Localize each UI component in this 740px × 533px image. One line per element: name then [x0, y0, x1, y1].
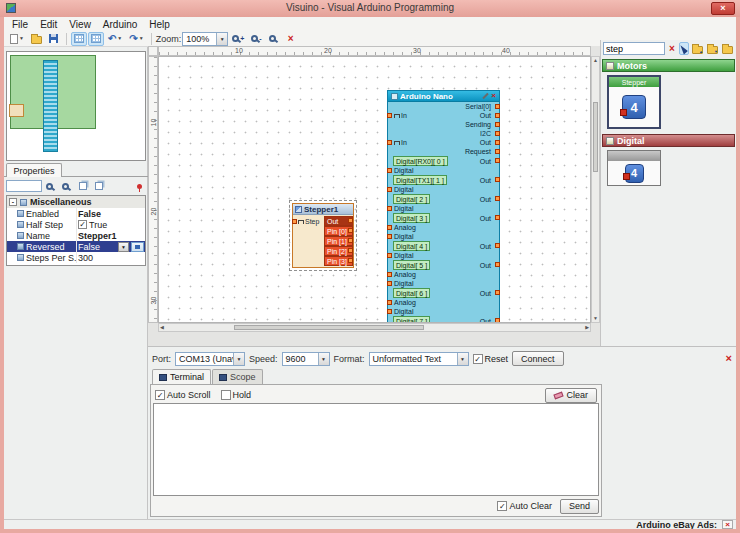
scroll-up-arrow[interactable]: ▲	[593, 58, 598, 63]
new-project-button[interactable]: ▼	[7, 32, 27, 46]
output-pin-label[interactable]: Out	[480, 262, 491, 269]
property-row[interactable]: ReversedFalse▼	[7, 241, 145, 252]
category-header-digital[interactable]: Digital	[602, 134, 735, 147]
vertical-scrollbar[interactable]: ▲ ▼	[591, 56, 600, 323]
output-pin-label[interactable]: Out	[480, 177, 491, 184]
expand-categories-button[interactable]: ▲	[691, 42, 704, 55]
input-pin-label[interactable]: Digital	[394, 167, 413, 174]
pin-connector[interactable]	[348, 228, 353, 233]
input-pin-label[interactable]: Digital	[394, 308, 413, 315]
chevron-down-icon[interactable]: ▼	[19, 36, 24, 41]
chevron-down-icon[interactable]: ▼	[216, 33, 227, 45]
input-pin-label[interactable]: Digital	[394, 205, 413, 212]
chevron-down-icon[interactable]: ▼	[457, 353, 468, 365]
stepper-component[interactable]: Stepper1 Step OutPin [0]Pin [1]Pin [2]Pi…	[292, 203, 354, 268]
component-tile-stepper[interactable]: Stepper4	[607, 75, 661, 129]
stepper-step-pin[interactable]: Step	[293, 217, 319, 226]
pin-connector[interactable]	[495, 177, 500, 182]
horizontal-scrollbar[interactable]: ◀ ▶	[158, 323, 591, 332]
arduino-header[interactable]: Arduino Nano ×	[388, 91, 499, 102]
channel-label[interactable]: Digital[ 2 ]	[393, 194, 430, 204]
pin-connector[interactable]	[387, 234, 392, 239]
property-value[interactable]: Stepper1	[78, 231, 117, 241]
tab-scope[interactable]: Scope	[212, 369, 263, 384]
pin-label[interactable]: Pin [3]	[327, 258, 347, 265]
pin-connector[interactable]	[387, 206, 392, 211]
redo-button[interactable]: ↷▼	[126, 32, 146, 46]
titlebar[interactable]: Visuino - Visual Arduino Programming ×	[0, 0, 740, 17]
input-pin-label[interactable]: Digital	[394, 186, 413, 193]
checkbox-icon[interactable]: ✓	[473, 354, 483, 364]
input-pin-label[interactable]: Analog	[394, 271, 416, 278]
zoom-in-button[interactable]: +	[229, 32, 247, 46]
pin-connector[interactable]	[495, 131, 500, 136]
scroll-left-arrow[interactable]: ◀	[160, 325, 164, 330]
component-close-icon[interactable]: ×	[491, 92, 496, 100]
property-value[interactable]: False	[78, 209, 101, 219]
input-pin-label[interactable]: Digital	[394, 252, 413, 259]
pin-label[interactable]: Pin [1]	[327, 238, 347, 245]
format-select[interactable]: Unformatted Text ▼	[369, 352, 469, 366]
reset-checkbox[interactable]: ✓ Reset	[473, 354, 509, 364]
input-pin-label[interactable]: In	[401, 112, 407, 119]
overview-preview[interactable]	[6, 51, 146, 161]
pin-label[interactable]: Out	[327, 218, 338, 225]
horizontal-scroll-thumb[interactable]	[234, 325, 424, 330]
pin-connector[interactable]	[387, 272, 392, 277]
property-category-row[interactable]: - Miscellaneous	[7, 196, 145, 208]
tab-properties[interactable]: Properties	[6, 163, 62, 177]
input-pin-label[interactable]: Digital	[394, 233, 413, 240]
pointer-mode-button[interactable]	[679, 42, 689, 55]
collapse-icon[interactable]: -	[9, 198, 17, 206]
property-value[interactable]: True	[89, 220, 107, 230]
undo-button[interactable]: ↶▼	[105, 32, 125, 46]
input-pin-label[interactable]: Digital	[394, 280, 413, 287]
stepper-output-pin[interactable]: Pin [3]	[324, 256, 353, 266]
value-editor-button[interactable]	[131, 242, 144, 252]
categories-view-button[interactable]	[721, 42, 734, 55]
zoom-select[interactable]: 100% ▼	[182, 32, 228, 46]
pin-connector[interactable]	[495, 113, 500, 118]
output-pin-label[interactable]: Out	[480, 243, 491, 250]
pin-connector[interactable]	[495, 149, 500, 154]
pin-connector[interactable]	[495, 262, 500, 267]
menu-item-view[interactable]: View	[63, 19, 97, 30]
pin-connector[interactable]	[387, 187, 392, 192]
hold-checkbox[interactable]: Hold	[221, 390, 252, 400]
design-canvas[interactable]: Stepper1 Step OutPin [0]Pin [1]Pin [2]Pi…	[158, 56, 591, 323]
channel-label[interactable]: Digital[ 7 ]	[393, 316, 430, 323]
channel-label[interactable]: Digital[RX0][ 0 ]	[393, 156, 448, 166]
port-select[interactable]: COM13 (Unav ▼	[175, 352, 245, 366]
speed-select[interactable]: 9600 ▼	[282, 352, 330, 366]
stepper-output-pin[interactable]: Pin [2]	[324, 246, 353, 256]
window-close-button[interactable]: ×	[711, 2, 735, 15]
wrench-icon[interactable]	[483, 93, 489, 99]
pin-connector[interactable]	[495, 122, 500, 127]
stepper-header[interactable]: Stepper1	[293, 204, 353, 215]
input-pin-label[interactable]: Analog	[394, 299, 416, 306]
arduino-component[interactable]: Arduino Nano × Serial[0]InOutSendingI2CI…	[387, 90, 500, 323]
channel-label[interactable]: Digital[ 4 ]	[393, 241, 430, 251]
stepper-output-pin[interactable]: Pin [1]	[324, 236, 353, 246]
input-pin-label[interactable]: Analog	[394, 224, 416, 231]
pin-connector[interactable]	[387, 140, 392, 145]
menu-item-arduino[interactable]: Arduino	[97, 19, 143, 30]
checkbox-icon[interactable]: ✓	[78, 220, 87, 229]
vertical-scroll-thumb[interactable]	[593, 102, 598, 172]
component-search-input[interactable]	[603, 42, 665, 55]
property-value[interactable]: 300	[78, 253, 93, 263]
scroll-down-arrow[interactable]: ▼	[593, 316, 598, 321]
auto-clear-checkbox[interactable]: ✓ Auto Clear	[497, 501, 552, 511]
menu-item-file[interactable]: File	[6, 19, 34, 30]
chevron-down-icon[interactable]: ▼	[233, 353, 244, 365]
output-pin-label[interactable]: Sending	[465, 121, 491, 128]
auto-scroll-checkbox[interactable]: ✓ Auto Scroll	[155, 390, 211, 400]
zoom-reset-button[interactable]	[266, 32, 282, 46]
pin-label[interactable]: Step	[305, 218, 319, 225]
panel-close-button[interactable]: ×	[726, 353, 732, 364]
output-pin-label[interactable]: Out	[480, 112, 491, 119]
component-tile-digital[interactable]: 4	[607, 150, 661, 186]
property-row[interactable]: Half Step✓True	[7, 219, 145, 230]
pin-connector[interactable]	[348, 238, 353, 243]
pin-connector[interactable]	[348, 258, 353, 263]
